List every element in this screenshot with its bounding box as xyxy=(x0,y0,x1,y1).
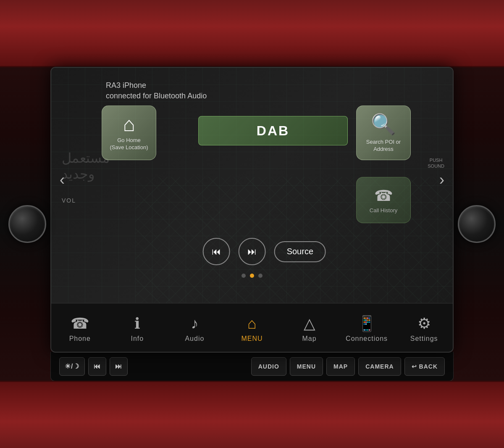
settings-nav-icon: ⚙ xyxy=(417,315,431,332)
go-home-icon: ⌂ xyxy=(123,114,135,134)
vol-label: VOL xyxy=(62,197,76,204)
call-history-label: Call History xyxy=(370,207,397,213)
menu-nav-icon: ⌂ xyxy=(247,315,257,332)
phone-nav-label: Phone xyxy=(69,335,91,343)
camera-phys-button[interactable]: CAMERA xyxy=(358,357,401,376)
rewind-button[interactable]: ⏮ xyxy=(203,238,230,265)
info-nav-icon: ℹ xyxy=(134,315,140,332)
page-dots xyxy=(242,274,262,278)
left-button-group: ☀/☽ ⏮ ⏭ xyxy=(59,357,128,376)
audio-phys-button[interactable]: AUDIO xyxy=(251,357,286,376)
fast-forward-button[interactable]: ⏭ xyxy=(239,238,266,265)
connections-nav-label: Connections xyxy=(346,335,388,343)
phys-rewind-button[interactable]: ⏮ xyxy=(88,357,106,376)
map-nav-label: Map xyxy=(302,335,316,343)
connection-info: RA3 iPhone connected for Bluetooth Audio xyxy=(106,80,207,101)
menu-nav-label: MENU xyxy=(241,335,262,343)
search-poi-label: Search POI or Address xyxy=(366,139,401,153)
page-dot-2[interactable] xyxy=(250,274,254,278)
media-controls: ⏮ ⏭ Source xyxy=(203,238,326,265)
page-dot-1[interactable] xyxy=(242,274,246,278)
call-history-icon: ☎ xyxy=(374,187,393,205)
settings-nav-label: Settings xyxy=(410,335,438,343)
map-phys-button[interactable]: MAP xyxy=(326,357,355,376)
nav-item-audio[interactable]: ♪ Audio xyxy=(173,315,215,343)
page-dot-3[interactable] xyxy=(258,274,262,278)
call-history-button[interactable]: ☎ Call History xyxy=(356,177,411,223)
dab-text: DAB xyxy=(257,123,289,139)
go-home-button[interactable]: ⌂ Go Home (Save Location) xyxy=(102,105,156,160)
physical-buttons-strip: ☀/☽ ⏮ ⏭ AUDIO MENU MAP CAMERA ↩ BACK xyxy=(50,352,454,381)
connections-nav-icon: 📱 xyxy=(357,315,376,332)
main-screen: RA3 iPhone connected for Bluetooth Audio… xyxy=(50,67,454,353)
info-nav-label: Info xyxy=(131,335,144,343)
map-nav-icon: △ xyxy=(304,315,315,332)
menu-phys-button[interactable]: MENU xyxy=(290,357,323,376)
leather-top-panel xyxy=(0,0,504,67)
audio-nav-label: Audio xyxy=(185,335,204,343)
right-button-group: AUDIO MENU MAP CAMERA ↩ BACK xyxy=(251,357,445,376)
search-poi-button[interactable]: 🔍 Search POI or Address xyxy=(356,105,411,160)
nav-item-menu[interactable]: ⌂ MENU xyxy=(231,315,273,343)
volume-knob-left[interactable] xyxy=(8,205,46,243)
nav-arrow-left[interactable]: ‹ xyxy=(60,171,65,189)
connection-line2: connected for Bluetooth Audio xyxy=(106,91,207,101)
go-home-label: Go Home (Save Location) xyxy=(110,137,148,151)
dab-display[interactable]: DAB xyxy=(198,116,348,145)
bottom-nav-bar: ☎ Phone ℹ Info ♪ Audio ⌂ MENU △ Map 📱 Co… xyxy=(51,303,453,353)
volume-knob-right[interactable] xyxy=(458,205,496,243)
connection-line1: RA3 iPhone xyxy=(106,80,207,91)
push-sound-label: PUSH SOUND xyxy=(428,157,444,169)
nav-item-info[interactable]: ℹ Info xyxy=(116,315,158,343)
search-poi-icon: 🔍 xyxy=(371,113,396,136)
phys-forward-button[interactable]: ⏭ xyxy=(110,357,128,376)
screen-content: RA3 iPhone connected for Bluetooth Audio… xyxy=(51,68,453,303)
nav-item-settings[interactable]: ⚙ Settings xyxy=(403,315,445,343)
nav-item-map[interactable]: △ Map xyxy=(289,315,331,343)
nav-item-phone[interactable]: ☎ Phone xyxy=(59,315,101,343)
car-background: RA3 iPhone connected for Bluetooth Audio… xyxy=(0,0,504,448)
back-phys-button[interactable]: ↩ BACK xyxy=(404,357,445,376)
phone-nav-icon: ☎ xyxy=(71,315,89,332)
audio-nav-icon: ♪ xyxy=(191,315,198,332)
leather-bottom-panel xyxy=(0,381,504,448)
source-button[interactable]: Source xyxy=(274,241,326,262)
nav-item-connections[interactable]: 📱 Connections xyxy=(346,315,388,343)
nav-arrow-right[interactable]: › xyxy=(439,171,444,189)
brightness-button[interactable]: ☀/☽ xyxy=(59,357,85,376)
